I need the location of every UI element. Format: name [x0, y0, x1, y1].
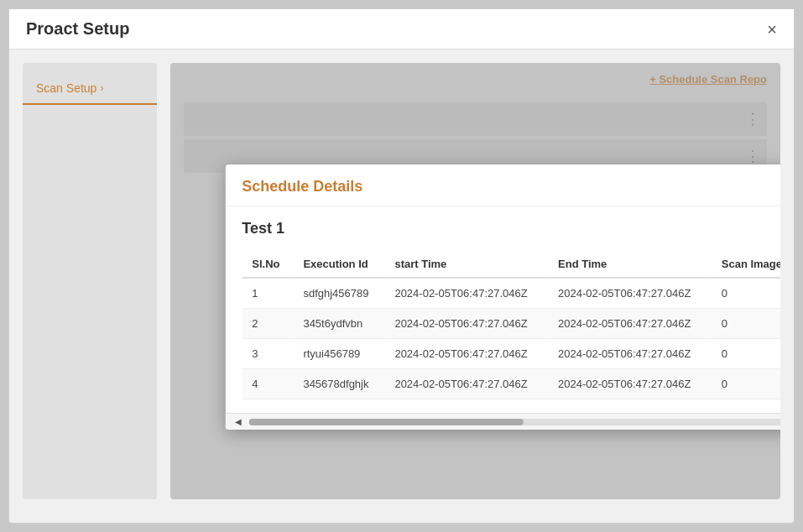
- app-body: Scan Setup › + Schedule Scan Repo ⋮ ⋮: [9, 50, 794, 513]
- table-cell-row4-col4: 2024-02-05T06:47:27.046Z: [548, 368, 712, 399]
- scrollbar-thumb: [248, 418, 523, 425]
- table-cell-row3-col5: 0: [712, 338, 780, 368]
- schedule-details-table: Sl.No Execution Id start Time End Time S…: [242, 251, 780, 399]
- table-cell-row3-col2: rtyui456789: [293, 338, 384, 368]
- scrollbar-track[interactable]: [248, 418, 780, 425]
- sidebar-item-scan-setup[interactable]: Scan Setup ›: [23, 73, 157, 105]
- table-cell-row2-col2: 345t6ydfvbn: [293, 308, 384, 338]
- table-cell-row4-col3: 2024-02-05T06:47:27.046Z: [384, 368, 548, 399]
- main-content: + Schedule Scan Repo ⋮ ⋮ Schedule Detail…: [170, 63, 780, 499]
- table-cell-row4-col2: 345678dfghjk: [293, 368, 384, 399]
- table-cell-row1-col2: sdfghj456789: [293, 278, 384, 309]
- table-cell-row2-col1: 2: [242, 308, 293, 338]
- schedule-details-modal: Schedule Details × Test 1 Sl.No Executio…: [225, 164, 780, 430]
- modal-title: Schedule Details: [242, 178, 362, 196]
- col-header-slno: Sl.No: [242, 251, 293, 278]
- app-window: Proact Setup × Scan Setup › + Schedule S…: [8, 8, 795, 524]
- col-header-scan-images: Scan Images: [712, 251, 780, 278]
- table-row: 2345t6ydfvbn2024-02-05T06:47:27.046Z2024…: [242, 308, 780, 338]
- col-header-start-time: start Time: [384, 251, 548, 278]
- modal-subtitle: Test 1: [242, 220, 780, 237]
- modal-header: Schedule Details ×: [225, 164, 780, 206]
- col-header-execution-id: Execution Id: [293, 251, 384, 278]
- table-cell-row1-col1: 1: [242, 278, 293, 309]
- table-cell-row3-col4: 2024-02-05T06:47:27.046Z: [548, 338, 712, 368]
- table-cell-row4-col1: 4: [242, 368, 293, 399]
- table-cell-row3-col1: 3: [242, 338, 293, 368]
- table-cell-row2-col5: 0: [712, 308, 780, 338]
- table-row: 4345678dfghjk2024-02-05T06:47:27.046Z202…: [242, 368, 780, 399]
- table-row: 3rtyui4567892024-02-05T06:47:27.046Z2024…: [242, 338, 780, 368]
- modal-body: Test 1 Sl.No Execution Id start Time End…: [225, 206, 780, 413]
- modal-scrollbar-area: ◀ ▶: [225, 413, 780, 430]
- sidebar-item-label: Scan Setup: [36, 81, 96, 95]
- app-header: Proact Setup ×: [9, 9, 794, 50]
- table-cell-row2-col3: 2024-02-05T06:47:27.046Z: [384, 308, 548, 338]
- table-cell-row3-col3: 2024-02-05T06:47:27.046Z: [384, 338, 548, 368]
- app-title: Proact Setup: [26, 19, 129, 39]
- table-header-row: Sl.No Execution Id start Time End Time S…: [242, 251, 780, 278]
- app-close-button[interactable]: ×: [767, 21, 777, 38]
- chevron-right-icon: ›: [100, 82, 103, 94]
- scrollbar-left-arrow[interactable]: ◀: [232, 417, 245, 426]
- table-cell-row2-col4: 2024-02-05T06:47:27.046Z: [548, 308, 712, 338]
- col-header-end-time: End Time: [548, 251, 712, 278]
- sidebar: Scan Setup ›: [23, 63, 157, 499]
- table-cell-row4-col5: 0: [712, 368, 780, 399]
- table-cell-row1-col3: 2024-02-05T06:47:27.046Z: [384, 278, 548, 309]
- table-row: 1sdfghj4567892024-02-05T06:47:27.046Z202…: [242, 278, 780, 309]
- table-cell-row1-col4: 2024-02-05T06:47:27.046Z: [548, 278, 712, 309]
- table-cell-row1-col5: 0: [712, 278, 780, 309]
